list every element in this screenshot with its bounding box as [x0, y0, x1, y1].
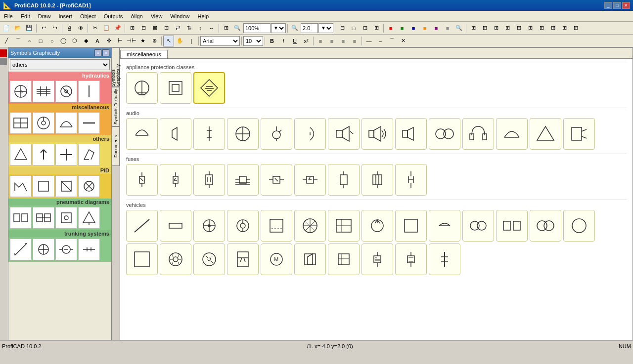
sym-vehicle-17[interactable]	[193, 243, 225, 275]
sym-vehicle-22[interactable]	[362, 243, 393, 275]
sym-fuse-8[interactable]	[362, 164, 393, 196]
redo-button[interactable]: ↪	[49, 23, 60, 34]
color-btn2[interactable]: ■	[397, 23, 407, 34]
text-format[interactable]: |	[186, 36, 197, 46]
draw-poly[interactable]: ⬡	[69, 36, 80, 46]
zoom-value-input[interactable]	[243, 23, 271, 33]
sym-pid-1[interactable]	[10, 175, 32, 197]
draw-extra1[interactable]: ★	[137, 36, 148, 46]
sym-pid-3[interactable]	[55, 175, 77, 197]
menu-object[interactable]: Object	[76, 11, 100, 21]
draw-circle[interactable]: ○	[46, 36, 57, 46]
sym-audio-8[interactable]	[362, 118, 393, 150]
draw-rect[interactable]: □	[35, 36, 46, 46]
sym-fuse-2[interactable]	[160, 164, 191, 196]
sym-vehicle-10[interactable]	[429, 210, 460, 242]
hand-btn[interactable]: ✋	[175, 36, 185, 46]
sym-pid-2[interactable]	[33, 175, 54, 197]
open-button[interactable]: 📂	[12, 23, 23, 34]
dot-icon[interactable]	[0, 58, 7, 65]
sym-pneumatic-2[interactable]	[33, 207, 54, 229]
sym-vehicle-15[interactable]	[126, 243, 158, 275]
sym-vehicle-24[interactable]	[429, 243, 460, 275]
align-btn4[interactable]: ⊞	[371, 23, 382, 34]
sym-appliance-3[interactable]	[193, 72, 225, 104]
super-btn[interactable]: x²	[301, 36, 312, 46]
vtab-symbols-textually[interactable]: Symbols Textually	[112, 87, 120, 126]
paste-button[interactable]: 📌	[112, 23, 123, 34]
sym-vehicle-20[interactable]	[294, 243, 326, 275]
sym-audio-12[interactable]	[496, 118, 528, 150]
sym-others-4[interactable]	[78, 144, 100, 165]
font-size[interactable]: 10	[243, 36, 263, 46]
sym-appliance-2[interactable]	[160, 72, 191, 104]
tools4[interactable]: ⊡	[161, 23, 172, 34]
sym-vehicle-23[interactable]	[395, 243, 427, 275]
sym-pneumatic-1[interactable]	[10, 207, 32, 229]
cut-button[interactable]: ✂	[90, 23, 100, 34]
eraser-btn[interactable]: ✕	[398, 36, 408, 46]
tools2[interactable]: ⊟	[138, 23, 149, 34]
arc-btn[interactable]: ⌒	[386, 36, 397, 46]
underline-btn[interactable]: U	[289, 36, 300, 46]
sym-vehicle-7[interactable]	[328, 210, 360, 242]
sym-trunking-1[interactable]	[10, 239, 32, 260]
pin-icon[interactable]	[0, 49, 7, 57]
draw-dim[interactable]: ⊣⊢	[126, 36, 137, 46]
draw-pin[interactable]: ✜	[103, 36, 114, 46]
save-button[interactable]: 💾	[24, 23, 35, 34]
sym-vehicle-5[interactable]	[261, 210, 292, 242]
sym-vehicle-18[interactable]	[227, 243, 259, 275]
print-button[interactable]: 🖨	[64, 23, 75, 34]
sym-hydraulic-1[interactable]: ⊕	[10, 81, 32, 102]
sym-trunking-4[interactable]	[78, 239, 100, 260]
sym-pneumatic-3[interactable]	[55, 207, 77, 229]
sym-vehicle-19[interactable]: M	[261, 243, 292, 275]
tools1[interactable]: ⊞	[127, 23, 137, 34]
sym-audio-14[interactable]	[563, 118, 595, 150]
sym-vehicle-8[interactable]	[362, 210, 393, 242]
extra-btn10[interactable]: ⊞	[570, 23, 581, 34]
panel-pin-button[interactable]: 4	[94, 49, 101, 56]
menu-file[interactable]: File	[0, 11, 17, 21]
sym-vehicle-1[interactable]	[126, 210, 158, 242]
sym-misc-1[interactable]	[10, 112, 32, 134]
menu-view[interactable]: View	[147, 11, 167, 21]
align-btn2[interactable]: □	[348, 23, 359, 34]
sym-vehicle-3[interactable]	[193, 210, 225, 242]
sym-trunking-3[interactable]	[55, 239, 77, 260]
zoom-combo[interactable]: ▼	[271, 23, 286, 33]
sym-misc-2[interactable]	[33, 112, 54, 134]
zoom-factor-input[interactable]	[301, 23, 318, 33]
color-btn6[interactable]: ■	[442, 23, 453, 34]
sym-hydraulic-2[interactable]	[33, 81, 54, 102]
undo-button[interactable]: ↩	[38, 23, 49, 34]
menu-align[interactable]: Align	[127, 11, 146, 21]
vtab-symbols-graphically[interactable]: Symbols Graphically	[112, 47, 120, 87]
menu-draw[interactable]: Draw	[34, 11, 55, 21]
sym-vehicle-21[interactable]	[328, 243, 360, 275]
sym-audio-2[interactable]	[160, 118, 191, 150]
color-btn3[interactable]: ■	[408, 23, 419, 34]
menu-outputs[interactable]: Outputs	[100, 11, 127, 21]
sym-fuse-6[interactable]	[294, 164, 326, 196]
sym-audio-3[interactable]	[193, 118, 225, 150]
extra-btn4[interactable]: ⊞	[502, 23, 513, 34]
sym-hydraulic-4[interactable]	[78, 81, 100, 102]
sym-pid-4[interactable]	[78, 175, 100, 197]
extra-btn9[interactable]: ⊞	[559, 23, 570, 34]
sym-fuse-1[interactable]	[126, 164, 158, 196]
sym-vehicle-2[interactable]	[160, 210, 191, 242]
color-btn4[interactable]: ■	[419, 23, 430, 34]
extra-btn5[interactable]: ⊞	[513, 23, 524, 34]
sym-audio-7[interactable]	[328, 118, 360, 150]
new-button[interactable]: 📄	[1, 23, 12, 34]
sym-fuse-7[interactable]	[328, 164, 360, 196]
sym-vehicle-12[interactable]	[496, 210, 528, 242]
sym-audio-5[interactable]	[261, 118, 292, 150]
sym-audio-13[interactable]	[530, 118, 561, 150]
menu-window[interactable]: Window	[166, 11, 193, 21]
align-right-btn[interactable]: ≡	[338, 36, 349, 46]
sym-others-1[interactable]	[10, 144, 32, 165]
extra-btn6[interactable]: ⊞	[525, 23, 536, 34]
